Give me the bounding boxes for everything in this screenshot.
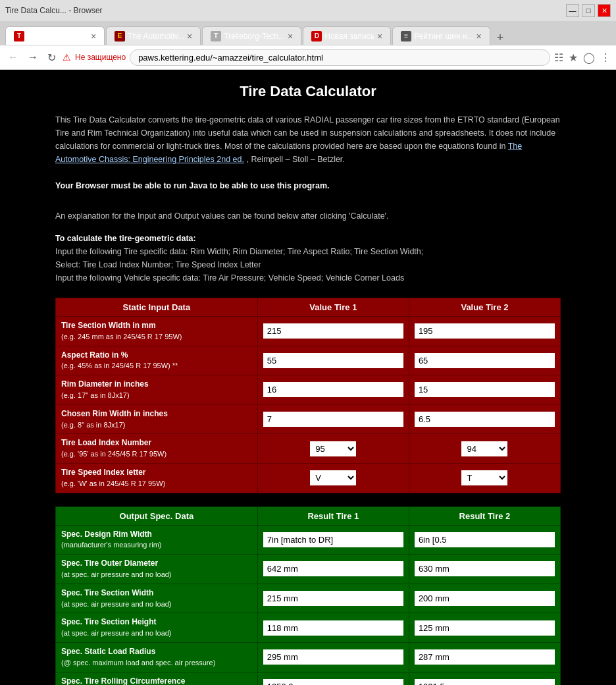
table-row: Tire Section Width in mm(e.g. 245 mm as … — [56, 317, 561, 346]
book-link[interactable]: The Automotive Chassis: Engineering Prin… — [55, 142, 522, 164]
static-row-label-2: Rim Diameter in inches(e.g. 17" as in 8J… — [56, 375, 258, 405]
security-warning-text: Не защищено — [75, 53, 126, 62]
tab-automotive[interactable]: E The Automotiv... × — [106, 26, 201, 45]
output-row-label-4: Spec. Static Load Radius(@ spec. maximum… — [56, 642, 258, 672]
static-select-field-val2-row4[interactable]: 919293949596979899100 — [461, 441, 507, 456]
tab-close-icon[interactable]: × — [288, 32, 293, 41]
output-row-label-2: Spec. Tire Section Width(at spec. air pr… — [56, 584, 258, 613]
output-result-val2-row4 — [409, 642, 560, 672]
table-row: Spec. Tire Section Width(at spec. air pr… — [56, 584, 561, 613]
static-select-val2-row5[interactable]: NPQRSTUHVWY — [409, 463, 560, 493]
static-select-field-val2-row5[interactable]: NPQRSTUHVWY — [461, 470, 507, 485]
table-row: Spec. Tire Section Height(at spec. air p… — [56, 613, 561, 643]
output-result-field-val1-row4 — [263, 649, 403, 665]
tab-rating[interactable]: ≡ Рейтинг шин н... × — [392, 26, 490, 45]
static-header-col3: Value Tire 2 — [409, 298, 560, 317]
output-result-val2-row2 — [409, 584, 560, 613]
static-input-field-val2-row3[interactable] — [415, 412, 555, 427]
tab-trelleborg[interactable]: T Trelleborg-Tech... × — [202, 26, 301, 45]
static-input-field-val2-row1[interactable] — [415, 353, 555, 368]
static-select-val2-row4[interactable]: 919293949596979899100 — [409, 434, 560, 464]
security-warning-icon: ⚠ — [63, 52, 71, 63]
static-select-field-val1-row5[interactable]: NPQRSTUHVWY — [310, 470, 356, 485]
static-select-val1-row5[interactable]: NPQRSTUHVWY — [257, 463, 409, 493]
back-button[interactable]: ← — [5, 50, 21, 65]
output-result-val1-row1 — [257, 555, 409, 584]
output-result-field-val1-row2 — [263, 591, 403, 606]
output-result-val2-row3 — [409, 613, 560, 643]
address-bar: ← → ↻ ⚠ Не защищено ☷ ★ ◯ ⋮ — [0, 45, 616, 70]
output-result-field-val2-row2 — [415, 591, 555, 606]
static-input-val2-row1[interactable] — [409, 346, 560, 375]
output-row-label-5: Spec. Tire Rolling Circumference(@ 60 km… — [56, 672, 258, 685]
tab-close-icon[interactable]: × — [476, 32, 481, 41]
tab-label: The Automotiv... — [128, 32, 184, 41]
url-input[interactable] — [130, 49, 550, 66]
bookmark-icon[interactable]: ★ — [569, 51, 578, 64]
table-row: Tire Speed Index letter(e.g. 'W' as in 2… — [56, 463, 561, 493]
account-icon[interactable]: ◯ — [583, 51, 595, 64]
static-input-field-val1-row0[interactable] — [263, 323, 403, 339]
close-button[interactable]: ✕ — [598, 4, 611, 17]
static-input-val1-row3[interactable] — [257, 404, 409, 434]
maximize-button[interactable]: □ — [582, 4, 595, 17]
output-result-val1-row4 — [257, 642, 409, 672]
static-input-val1-row2[interactable] — [257, 375, 409, 405]
tab-favicon: D — [311, 31, 322, 41]
output-header-col1: Output Spec. Data — [56, 507, 258, 525]
output-result-val2-row0 — [409, 525, 560, 555]
table-row: Tire Load Index Number(e.g. '95' as in 2… — [56, 434, 561, 464]
output-header-col3: Result Tire 2 — [409, 507, 560, 525]
window-title: Tire Data Calcu... - Browser — [5, 6, 566, 15]
static-row-label-0: Tire Section Width in mm(e.g. 245 mm as … — [56, 317, 258, 346]
instructions: To calculate the tire-geometric data: In… — [55, 232, 561, 285]
output-row-label-1: Spec. Tire Outer Diameter(at spec. air p… — [56, 555, 258, 584]
tab-close-icon[interactable]: × — [91, 32, 96, 41]
output-result-field-val2-row0 — [415, 532, 555, 547]
static-input-field-val1-row2[interactable] — [263, 382, 403, 397]
static-row-label-1: Aspect Ratio in %(e.g. 45% as in 245/45 … — [56, 346, 258, 375]
menu-icon[interactable]: ⋮ — [600, 51, 611, 64]
static-select-field-val1-row4[interactable]: 919293949596979899100 — [310, 441, 356, 456]
forward-button[interactable]: → — [25, 50, 41, 65]
tab-tire-data[interactable]: T Tire Data Calcu... × — [5, 26, 105, 45]
output-result-val1-row2 — [257, 584, 409, 613]
tab-favicon: ≡ — [401, 31, 411, 41]
tab-close-icon[interactable]: × — [377, 32, 382, 41]
static-input-field-val2-row0[interactable] — [415, 323, 555, 339]
static-select-val1-row4[interactable]: 919293949596979899100 — [257, 434, 409, 464]
minimize-button[interactable]: — — [566, 4, 579, 17]
intro-text: This Tire Data Calculator converts the t… — [55, 113, 561, 223]
title-bar: Tire Data Calcu... - Browser — □ ✕ — [0, 0, 616, 21]
static-input-val1-row0[interactable] — [257, 317, 409, 346]
output-table: Output Spec. Data Result Tire 1 Result T… — [55, 507, 561, 685]
table-row: Rim Diameter in inches(e.g. 17" as in 8J… — [56, 375, 561, 405]
static-input-field-val1-row3[interactable] — [263, 412, 403, 427]
refresh-button[interactable]: ↻ — [45, 50, 59, 65]
tab-label: Tire Data Calcu... — [27, 32, 88, 41]
static-input-val1-row1[interactable] — [257, 346, 409, 375]
static-input-field-val1-row1[interactable] — [263, 353, 403, 368]
page-content: Tire Data Calculator This Tire Data Calc… — [0, 70, 616, 685]
tab-favicon: T — [211, 31, 221, 41]
output-result-field-val1-row5 — [263, 679, 403, 685]
address-bar-icons: ☷ ★ ◯ ⋮ — [554, 51, 611, 64]
new-tab-button[interactable]: + — [492, 31, 509, 45]
tab-favicon: T — [14, 31, 24, 41]
tab-close-icon[interactable]: × — [187, 32, 192, 41]
table-row: Aspect Ratio in %(e.g. 45% as in 245/45 … — [56, 346, 561, 375]
static-row-label-3: Chosen Rim Width in inches(e.g. 8" as in… — [56, 404, 258, 434]
static-input-field-val2-row2[interactable] — [415, 382, 555, 397]
output-result-val1-row5 — [257, 672, 409, 685]
output-result-val1-row0 — [257, 525, 409, 555]
static-input-val2-row0[interactable] — [409, 317, 560, 346]
static-input-val2-row2[interactable] — [409, 375, 560, 405]
table-row: Spec. Design Rim Width(manufacturer's me… — [56, 525, 561, 555]
instruction-line2: Input the following Tire specific data: … — [55, 245, 561, 258]
tab-novaya[interactable]: D Новая запись × — [303, 26, 391, 45]
output-row-label-0: Spec. Design Rim Width(manufacturer's me… — [56, 525, 258, 555]
static-input-val2-row3[interactable] — [409, 404, 560, 434]
table-row: Spec. Tire Rolling Circumference(@ 60 km… — [56, 672, 561, 685]
output-result-field-val2-row5 — [415, 679, 555, 685]
output-result-field-val2-row3 — [415, 620, 555, 636]
